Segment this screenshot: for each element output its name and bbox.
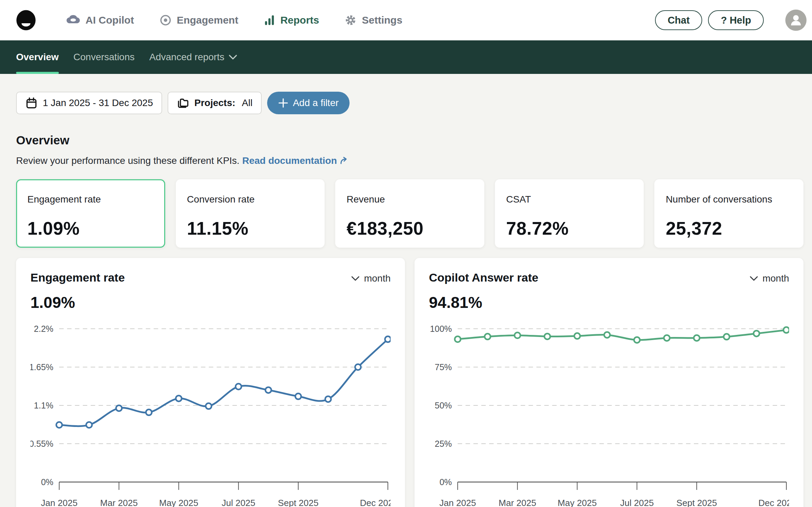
target-icon bbox=[159, 14, 172, 26]
tab-label: Overview bbox=[16, 52, 59, 63]
chevron-down-icon bbox=[351, 276, 360, 281]
user-avatar[interactable] bbox=[785, 10, 807, 31]
kpi-cards: Engagement rate 1.09% Conversion rate 11… bbox=[16, 179, 803, 248]
projects-label: Projects: bbox=[194, 98, 235, 108]
kpi-card-csat[interactable]: CSAT 78.72% bbox=[495, 179, 644, 248]
chevron-down-icon bbox=[749, 276, 758, 281]
nav-label: Reports bbox=[280, 14, 319, 26]
period-value: month bbox=[364, 273, 391, 284]
period-value: month bbox=[762, 273, 789, 284]
svg-text:May 2025: May 2025 bbox=[558, 498, 597, 507]
svg-text:1.65%: 1.65% bbox=[30, 362, 53, 372]
date-range-value: 1 Jan 2025 - 31 Dec 2025 bbox=[43, 98, 153, 108]
chat-button[interactable]: Chat bbox=[655, 10, 702, 30]
kpi-card-engagement-rate[interactable]: Engagement rate 1.09% bbox=[16, 179, 165, 248]
nav-item-settings[interactable]: Settings bbox=[344, 14, 402, 26]
kpi-label: Conversion rate bbox=[187, 194, 314, 205]
add-filter-label: Add a filter bbox=[293, 98, 339, 108]
engagement-rate-line-chart: 0%0.55%1.1%1.65%2.2%Jan 2025Mar 2025May … bbox=[30, 321, 391, 507]
kpi-card-number-of-conversations[interactable]: Number of conversations 25,372 bbox=[654, 179, 803, 248]
nav-label: Engagement bbox=[177, 14, 238, 26]
chart-title: Engagement rate bbox=[30, 271, 125, 284]
kpi-value: 25,372 bbox=[666, 218, 792, 239]
svg-text:Dec 2025: Dec 2025 bbox=[360, 498, 391, 507]
bar-chart-icon bbox=[264, 14, 275, 26]
svg-text:May 2025: May 2025 bbox=[159, 498, 198, 507]
svg-text:Mar 2025: Mar 2025 bbox=[100, 498, 138, 507]
kpi-value: 78.72% bbox=[506, 218, 633, 239]
gear-icon bbox=[344, 14, 357, 26]
calendar-icon bbox=[25, 97, 38, 109]
period-dropdown[interactable]: month bbox=[351, 273, 391, 284]
kpi-label: CSAT bbox=[506, 194, 633, 205]
reports-subnav: Overview Conversations Advanced reports bbox=[0, 40, 812, 74]
engagement-rate-chart-card: Engagement rate 1.09% month 0%0.55%1.1%1… bbox=[16, 258, 405, 507]
person-icon bbox=[788, 12, 804, 28]
nav-label: Settings bbox=[362, 14, 402, 26]
chevron-down-icon bbox=[228, 54, 237, 60]
svg-text:50%: 50% bbox=[435, 401, 452, 410]
kpi-value: 11.15% bbox=[187, 218, 314, 239]
add-filter-button[interactable]: Add a filter bbox=[267, 92, 350, 114]
svg-text:0%: 0% bbox=[41, 477, 53, 487]
nav-item-engagement[interactable]: Engagement bbox=[159, 14, 238, 26]
doc-link-label: Read documentation bbox=[242, 155, 337, 166]
chart-headline-value: 1.09% bbox=[30, 293, 125, 312]
projects-filter[interactable]: Projects: All bbox=[168, 92, 262, 114]
main-content: 1 Jan 2025 - 31 Dec 2025 Projects: All A… bbox=[0, 74, 812, 507]
svg-text:Jul 2025: Jul 2025 bbox=[222, 498, 255, 507]
kpi-value: €183,250 bbox=[346, 218, 473, 239]
kpi-label: Number of conversations bbox=[666, 194, 792, 205]
svg-text:Jul 2025: Jul 2025 bbox=[620, 498, 654, 507]
external-arrow-icon bbox=[340, 157, 348, 165]
copilot-answer-rate-chart-card: Copilot Answer rate 94.81% month 0%25%50… bbox=[415, 258, 803, 507]
tab-overview[interactable]: Overview bbox=[16, 40, 59, 74]
svg-text:2.2%: 2.2% bbox=[34, 324, 53, 334]
chart-headline-value: 94.81% bbox=[429, 293, 538, 312]
svg-text:Sept 2025: Sept 2025 bbox=[677, 498, 717, 507]
plus-icon bbox=[278, 98, 288, 108]
kpi-label: Engagement rate bbox=[27, 194, 154, 205]
svg-text:Mar 2025: Mar 2025 bbox=[499, 498, 536, 507]
tab-label: Conversations bbox=[74, 52, 135, 63]
kpi-card-conversion-rate[interactable]: Conversion rate 11.15% bbox=[176, 179, 325, 248]
main-nav: AI Copilot Engagement Reports bbox=[66, 14, 402, 26]
svg-text:Jan 2025: Jan 2025 bbox=[41, 498, 78, 507]
nav-label: AI Copilot bbox=[86, 14, 134, 26]
tab-conversations[interactable]: Conversations bbox=[74, 40, 135, 74]
description-text: Review your performance using these diff… bbox=[16, 155, 239, 166]
svg-text:Sept 2025: Sept 2025 bbox=[278, 498, 319, 507]
nav-item-reports[interactable]: Reports bbox=[264, 14, 319, 26]
svg-text:1.1%: 1.1% bbox=[34, 401, 53, 410]
charts-row: Engagement rate 1.09% month 0%0.55%1.1%1… bbox=[16, 258, 803, 507]
top-header: AI Copilot Engagement Reports bbox=[0, 0, 812, 40]
filter-bar: 1 Jan 2025 - 31 Dec 2025 Projects: All A… bbox=[16, 92, 803, 114]
projects-value: All bbox=[242, 98, 252, 108]
page-description: Review your performance using these diff… bbox=[16, 155, 803, 166]
tab-advanced-reports[interactable]: Advanced reports bbox=[149, 40, 237, 74]
svg-text:25%: 25% bbox=[435, 439, 452, 448]
svg-text:75%: 75% bbox=[435, 362, 452, 372]
copilot-cloud-icon bbox=[66, 14, 80, 26]
svg-text:0.55%: 0.55% bbox=[30, 439, 53, 448]
copilot-answer-rate-line-chart: 0%25%50%75%100%Jan 2025Mar 2025May 2025J… bbox=[429, 321, 789, 507]
tab-label: Advanced reports bbox=[149, 52, 224, 63]
date-range-filter[interactable]: 1 Jan 2025 - 31 Dec 2025 bbox=[16, 92, 162, 114]
kpi-card-revenue[interactable]: Revenue €183,250 bbox=[335, 179, 484, 248]
projects-folder-icon bbox=[177, 97, 189, 109]
brand-logo[interactable] bbox=[16, 10, 36, 30]
chart-title: Copilot Answer rate bbox=[429, 271, 538, 284]
svg-text:Jan 2025: Jan 2025 bbox=[440, 498, 476, 507]
svg-text:0%: 0% bbox=[440, 477, 452, 487]
page-title: Overview bbox=[16, 133, 803, 147]
svg-text:Dec 2025: Dec 2025 bbox=[758, 498, 789, 507]
nav-item-ai-copilot[interactable]: AI Copilot bbox=[66, 14, 134, 26]
period-dropdown[interactable]: month bbox=[749, 273, 789, 284]
svg-text:100%: 100% bbox=[430, 324, 452, 334]
kpi-label: Revenue bbox=[346, 194, 473, 205]
header-actions: Chat ? Help bbox=[655, 10, 807, 31]
read-documentation-link[interactable]: Read documentation bbox=[242, 155, 348, 166]
kpi-value: 1.09% bbox=[27, 218, 154, 239]
help-button[interactable]: ? Help bbox=[708, 10, 764, 30]
